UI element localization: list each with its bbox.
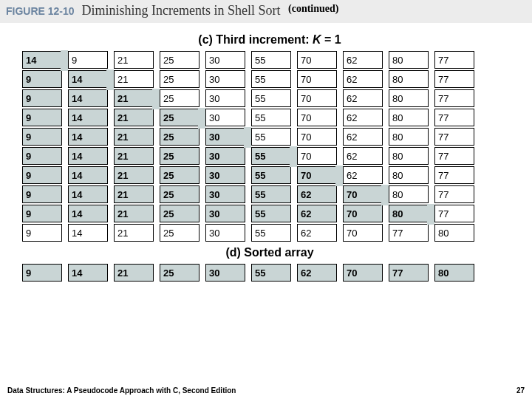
array-cell: 70 <box>297 147 337 165</box>
array-cell: 62 <box>343 51 383 69</box>
array-cell: 14 <box>68 166 108 184</box>
array-cell: 21 <box>114 89 154 107</box>
array-cell: 30 <box>205 224 245 242</box>
array-cell: 14 <box>68 128 108 146</box>
array-cell: 80 <box>434 224 474 242</box>
array-cell: 55 <box>251 224 291 242</box>
array-cell: 77 <box>434 51 474 69</box>
continued-label: (continued) <box>288 3 338 15</box>
array-cell: 70 <box>297 166 337 184</box>
array-cell: 80 <box>389 205 429 222</box>
array-cell: 55 <box>251 166 291 184</box>
array-cell: 30 <box>205 147 245 165</box>
array-cell: 77 <box>434 109 474 126</box>
array-cell: 30 <box>205 70 245 88</box>
array-cell: 70 <box>297 51 337 69</box>
array-cell: 70 <box>297 109 337 126</box>
array-cell: 30 <box>205 205 245 222</box>
array-cell: 25 <box>160 128 200 146</box>
array-cell: 14 <box>68 205 108 222</box>
page-number: 27 <box>516 386 525 395</box>
wall-marker <box>335 166 343 186</box>
array-cell: 62 <box>297 185 337 203</box>
array-cell: 21 <box>114 224 154 242</box>
array-cell: 55 <box>251 205 291 222</box>
array-cell: 70 <box>297 89 337 107</box>
array-cell: 25 <box>160 109 200 126</box>
sorted-cell: 77 <box>389 264 429 282</box>
array-cell: 21 <box>114 51 154 69</box>
array-cell: 21 <box>114 205 154 222</box>
wall-marker <box>61 50 68 71</box>
array-cell: 9 <box>22 224 62 242</box>
array-cell: 62 <box>343 128 383 146</box>
sorted-cell: 30 <box>205 264 245 282</box>
array-cell: 14 <box>22 51 62 69</box>
pass-row: 9142125305570628077 <box>22 147 517 165</box>
array-cell: 77 <box>434 89 474 107</box>
array-cell: 9 <box>22 205 62 222</box>
array-cell: 25 <box>160 166 200 184</box>
array-cell: 9 <box>22 128 62 146</box>
array-cell: 30 <box>205 128 245 146</box>
array-cell: 14 <box>68 147 108 165</box>
array-cell: 25 <box>160 185 200 203</box>
sorted-cell: 62 <box>297 264 337 282</box>
sorted-cell: 80 <box>434 264 474 282</box>
array-cell: 70 <box>297 128 337 146</box>
pass-row: 9142125305562708077 <box>22 185 517 203</box>
array-cell: 55 <box>251 109 291 126</box>
section-c-title: (c) Third increment: K = 1 <box>22 33 517 47</box>
array-cell: 70 <box>297 70 337 88</box>
pass-row: 9142125305570628077 <box>22 166 517 184</box>
pass-row: 9142125305562707780 <box>22 224 517 242</box>
array-cell: 25 <box>160 70 200 88</box>
array-cell: 70 <box>343 224 383 242</box>
array-cell: 25 <box>160 224 200 242</box>
array-cell: 77 <box>434 205 474 222</box>
array-cell: 62 <box>297 205 337 222</box>
pass-row: 9142125305570628077 <box>22 109 517 126</box>
array-cell: 80 <box>389 51 429 69</box>
array-cell: 25 <box>160 147 200 165</box>
array-cell: 80 <box>389 128 429 146</box>
sorted-cell: 14 <box>68 264 108 282</box>
section-c-eq: = 1 <box>321 33 341 46</box>
array-cell: 9 <box>22 147 62 165</box>
pass-row: 9142125305562708077 <box>22 205 517 222</box>
array-cell: 14 <box>68 70 108 88</box>
array-cell: 14 <box>68 109 108 126</box>
array-cell: 30 <box>205 89 245 107</box>
wall-marker <box>106 69 114 90</box>
pass-row: 1492125305570628077 <box>22 51 517 69</box>
array-cell: 62 <box>343 166 383 184</box>
array-cell: 55 <box>251 147 291 165</box>
shellsort-passes: 1492125305570628077914212530557062807791… <box>22 51 517 242</box>
array-cell: 14 <box>68 224 108 242</box>
array-cell: 80 <box>389 147 429 165</box>
array-cell: 55 <box>251 185 291 203</box>
array-cell: 9 <box>22 70 62 88</box>
array-cell: 30 <box>205 166 245 184</box>
array-cell: 55 <box>251 89 291 107</box>
array-cell: 55 <box>251 70 291 88</box>
array-cell: 80 <box>389 70 429 88</box>
array-cell: 77 <box>434 147 474 165</box>
figure-body: (c) Third increment: K = 1 1492125305570… <box>0 23 532 282</box>
wall-marker <box>290 146 297 167</box>
array-cell: 62 <box>343 109 383 126</box>
array-cell: 80 <box>389 109 429 126</box>
section-d-title: (d) Sorted array <box>22 246 517 259</box>
array-cell: 9 <box>22 166 62 184</box>
section-c-var: K <box>313 33 321 46</box>
figure-label: FIGURE 12-10 <box>6 5 75 17</box>
array-cell: 21 <box>114 70 154 88</box>
array-cell: 25 <box>160 89 200 107</box>
array-cell: 21 <box>114 166 154 184</box>
pass-row: 9142125305570628077 <box>22 70 517 88</box>
array-cell: 21 <box>114 109 154 126</box>
array-cell: 80 <box>389 185 429 203</box>
sorted-array-row: 9142125305562707780 <box>22 264 517 282</box>
array-cell: 70 <box>343 205 383 222</box>
wall-marker <box>152 89 160 109</box>
